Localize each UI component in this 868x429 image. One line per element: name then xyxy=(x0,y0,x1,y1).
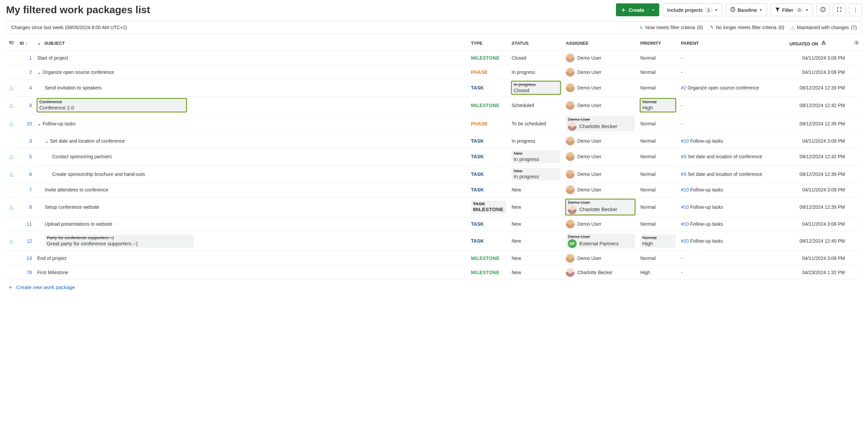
subject-cell[interactable]: Start of project xyxy=(35,51,468,65)
include-projects-button[interactable]: Include projects 1 ▼ xyxy=(663,3,722,16)
subject-cell[interactable]: Send invitation to speakers xyxy=(35,79,468,97)
column-header-parent[interactable]: PARENT xyxy=(678,35,787,51)
create-button[interactable]: ＋ Create ▼ xyxy=(616,3,659,16)
column-header-subject[interactable]: ⌄ SUBJECT xyxy=(35,35,468,51)
parent-link[interactable]: #10 xyxy=(681,138,689,144)
table-row[interactable]: 11Upload presentations to websiteTASKNew… xyxy=(6,217,862,231)
subject-cell[interactable]: Party for conference supporters :-)Great… xyxy=(35,231,468,251)
parent-link[interactable]: #3 xyxy=(681,171,686,177)
status-cell[interactable]: NewIn progress xyxy=(509,148,563,165)
status-cell[interactable]: In progress xyxy=(509,134,563,148)
work-package-id-link[interactable]: 9 xyxy=(29,103,32,108)
priority-cell[interactable]: NormalHigh xyxy=(638,97,678,114)
priority-cell[interactable]: Normal xyxy=(638,165,678,183)
priority-cell[interactable]: High xyxy=(638,265,678,280)
work-package-id-link[interactable]: 10 xyxy=(26,121,32,126)
parent-cell[interactable]: - xyxy=(678,51,787,65)
status-cell[interactable]: In progressClosed xyxy=(509,79,563,97)
type-cell[interactable]: MILESTONE xyxy=(468,97,509,114)
table-row[interactable]: △8Setup conference websiteTASKMILESTONEN… xyxy=(6,197,862,217)
parent-cell[interactable]: - xyxy=(678,251,787,265)
parent-cell[interactable]: #10 Follow-up tasks xyxy=(678,134,787,148)
work-package-id-link[interactable]: 13 xyxy=(26,256,32,261)
assignee-cell[interactable]: Demo UserCharlotte Becker xyxy=(563,197,638,217)
parent-link[interactable]: #10 xyxy=(681,187,689,192)
assignee-cell[interactable]: Demo User xyxy=(563,134,638,148)
table-row[interactable]: △6Create sponsorship brochure and hand-o… xyxy=(6,165,862,183)
priority-cell[interactable]: Normal xyxy=(638,114,678,134)
subject-cell[interactable]: First Milestone xyxy=(35,265,468,280)
parent-cell[interactable]: #10 Follow-up tasks xyxy=(678,217,787,231)
status-cell[interactable]: New xyxy=(509,217,563,231)
table-row[interactable]: 13End of projectMILESTONENewDemo UserNor… xyxy=(6,251,862,265)
priority-cell[interactable]: Normal xyxy=(638,148,678,165)
parent-link[interactable]: #10 xyxy=(681,204,689,210)
subject-cell[interactable]: ⌄Follow-up tasks xyxy=(35,114,468,134)
assignee-cell[interactable]: Demo User xyxy=(563,51,638,65)
work-package-id-link[interactable]: 4 xyxy=(29,85,32,90)
type-cell[interactable]: TASKMILESTONE xyxy=(468,197,509,217)
status-cell[interactable]: New xyxy=(509,231,563,251)
filter-button[interactable]: Filter 0 ▼ xyxy=(770,3,813,16)
status-cell[interactable]: New xyxy=(509,183,563,197)
type-cell[interactable]: MILESTONE xyxy=(468,265,509,280)
parent-cell[interactable]: - xyxy=(678,114,787,134)
parent-link[interactable]: #10 xyxy=(681,221,689,227)
table-row[interactable]: 78First MilestoneMILESTONENewCharlotte B… xyxy=(6,265,862,280)
type-cell[interactable]: TASK xyxy=(468,148,509,165)
assignee-cell[interactable]: Demo User xyxy=(563,148,638,165)
assignee-cell[interactable]: Demo User xyxy=(563,65,638,79)
status-cell[interactable]: Closed xyxy=(509,51,563,65)
parent-cell[interactable]: - xyxy=(678,265,787,280)
work-package-id-link[interactable]: 7 xyxy=(29,187,32,192)
table-row[interactable]: △5Contact sponsoring partnersTASKNewIn p… xyxy=(6,148,862,165)
status-cell[interactable]: To be scheduled xyxy=(509,114,563,134)
parent-cell[interactable]: #10 Follow-up tasks xyxy=(678,197,787,217)
type-cell[interactable]: TASK xyxy=(468,231,509,251)
expand-toggle[interactable]: ⌄ xyxy=(37,69,41,75)
column-header-type[interactable]: TYPE xyxy=(468,35,509,51)
assignee-cell[interactable]: Demo UserCharlotte Becker xyxy=(563,114,638,134)
table-row[interactable]: 2⌄Organize open source conferencePHASEIn… xyxy=(6,65,862,79)
work-package-id-link[interactable]: 78 xyxy=(26,270,32,275)
parent-link[interactable]: #2 xyxy=(681,85,686,90)
subject-cell[interactable]: Setup conference website xyxy=(35,197,468,217)
type-cell[interactable]: TASK xyxy=(468,134,509,148)
type-cell[interactable]: MILESTONE xyxy=(468,251,509,265)
column-header-priority[interactable]: PRIORITY xyxy=(638,35,678,51)
assignee-cell[interactable]: Demo User xyxy=(563,79,638,97)
priority-cell[interactable]: Normal xyxy=(638,65,678,79)
parent-cell[interactable]: #10 Follow-up tasks xyxy=(678,183,787,197)
priority-cell[interactable]: Normal xyxy=(638,197,678,217)
work-package-id-link[interactable]: 11 xyxy=(26,221,32,227)
table-row[interactable]: 3⌄Set date and location of conferenceTAS… xyxy=(6,134,862,148)
status-cell[interactable]: New xyxy=(509,251,563,265)
more-button[interactable]: ⋮ xyxy=(849,3,862,16)
status-cell[interactable]: New xyxy=(509,265,563,280)
column-header-flag[interactable] xyxy=(6,35,17,51)
subject-cell[interactable]: Contact sponsoring partners xyxy=(35,148,468,165)
column-header-status[interactable]: STATUS xyxy=(509,35,563,51)
work-package-id-link[interactable]: 6 xyxy=(29,171,32,177)
parent-cell[interactable]: #10 Follow-up tasks xyxy=(678,231,787,251)
status-cell[interactable]: New xyxy=(509,197,563,217)
table-row[interactable]: 7Invite attendees to conferenceTASKNewDe… xyxy=(6,183,862,197)
subject-cell[interactable]: ⌄Organize open source conference xyxy=(35,65,468,79)
expand-toggle[interactable]: ⌄ xyxy=(37,121,41,126)
assignee-cell[interactable]: Demo User xyxy=(563,165,638,183)
priority-cell[interactable]: Normal xyxy=(638,183,678,197)
baseline-button[interactable]: Baseline ▼ xyxy=(726,3,767,16)
priority-cell[interactable]: Normal xyxy=(638,51,678,65)
parent-cell[interactable]: #3 Set date and location of conference xyxy=(678,148,787,165)
column-header-updated[interactable]: UPDATED ON xyxy=(787,35,851,51)
subject-cell[interactable]: Invite attendees to conference xyxy=(35,183,468,197)
status-cell[interactable]: Scheduled xyxy=(509,97,563,114)
work-package-id-link[interactable]: 12 xyxy=(26,238,32,244)
subject-cell[interactable]: Create sponsorship brochure and hand-out… xyxy=(35,165,468,183)
table-row[interactable]: △9ConferenceConference 2.0MILESTONESched… xyxy=(6,97,862,114)
assignee-cell[interactable]: Demo User xyxy=(563,251,638,265)
work-package-id-link[interactable]: 3 xyxy=(29,138,32,144)
type-cell[interactable]: TASK xyxy=(468,217,509,231)
expand-toggle[interactable]: ⌄ xyxy=(45,138,49,144)
status-cell[interactable]: In progress xyxy=(509,65,563,79)
